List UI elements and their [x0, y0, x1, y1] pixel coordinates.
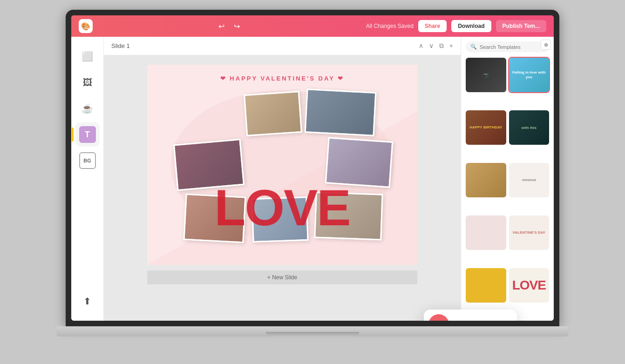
undo-icon[interactable]: ↩ — [218, 22, 224, 31]
slide-toolbar-icons: ∧ ∨ ⧉ + — [419, 42, 453, 50]
photo-2 — [305, 88, 377, 136]
love-text: LOVE — [214, 178, 350, 237]
template-9-bg — [466, 268, 506, 303]
top-bar: 🎨 ↩ ↪ All Changes Saved Share Download P… — [71, 15, 554, 37]
add-slide-icon[interactable]: + — [449, 42, 453, 50]
active-indicator — [72, 128, 74, 142]
upload-icon: ⬆ — [83, 296, 91, 307]
nav-down-icon[interactable]: ∨ — [429, 42, 434, 50]
template-9[interactable] — [466, 268, 506, 303]
laptop-hinge — [266, 332, 359, 337]
template-4[interactable]: with this — [509, 110, 550, 145]
laptop-screen: 🎨 ↩ ↪ All Changes Saved Share Download P… — [71, 15, 554, 321]
photo-1 — [244, 91, 302, 136]
canvas-scroll: ❤ HAPPY VALENTINE'S DAY ❤ — [104, 55, 461, 321]
template-1-bg: 📷 — [466, 58, 506, 92]
canvas-title: ❤ HAPPY VALENTINE'S DAY ❤ — [220, 75, 345, 82]
sidebar-item-upload[interactable]: ⬆ — [75, 289, 100, 313]
text-icon: T — [79, 126, 96, 143]
sidebar-item-photos[interactable]: 🖼 — [75, 70, 100, 94]
template-8[interactable]: VALENTINE'S DAY — [509, 216, 550, 250]
publish-button[interactable]: Publish Tem... — [496, 20, 546, 32]
download-circle-button[interactable] — [428, 314, 449, 321]
download-overlay: Download 1 — [424, 310, 517, 321]
bg-icon: BG — [79, 152, 96, 169]
template-2-bg: Falling in love with you — [509, 58, 550, 92]
redo-icon[interactable]: ↪ — [234, 22, 240, 31]
canvas-area: Slide 1 ∧ ∨ ⧉ + — [104, 37, 461, 321]
copy-slide-icon[interactable]: ⧉ — [439, 42, 444, 50]
template-2[interactable]: Falling in love with you — [509, 58, 550, 92]
download-icon — [434, 319, 444, 321]
template-10[interactable]: LOVE — [509, 268, 550, 303]
template-3[interactable]: HAPPY BIRTHDAY — [466, 110, 506, 145]
download-text: Download — [455, 320, 491, 321]
elements-icon: ⬜ — [82, 51, 93, 62]
slide-label: Slide 1 — [111, 42, 130, 49]
template-10-bg: LOVE — [509, 268, 550, 303]
template-6-bg: minimal — [509, 163, 550, 197]
template-6[interactable]: minimal — [509, 163, 550, 197]
search-box: 🔍 — [466, 41, 549, 52]
template-3-bg: HAPPY BIRTHDAY — [466, 110, 506, 145]
laptop-wrapper: 🎨 ↩ ↪ All Changes Saved Share Download P… — [56, 10, 569, 354]
template-1[interactable]: 📷 — [466, 58, 506, 92]
brand-icon: ☕ — [82, 103, 93, 114]
zoom-button[interactable]: ⊕ — [541, 40, 551, 50]
slide-toolbar: Slide 1 ∧ ∨ ⧉ + — [104, 37, 461, 55]
template-4-bg: with this — [509, 110, 550, 145]
new-slide-bar[interactable]: + New Slide — [147, 270, 417, 284]
design-canvas[interactable]: ❤ HAPPY VALENTINE'S DAY ❤ — [147, 65, 417, 265]
templates-grid: 📷 Falling in love with you HAPPY BIRTHDA… — [461, 55, 554, 321]
panel-search: 🔍 — [461, 37, 554, 55]
top-bar-right: All Changes Saved Share Download Publish… — [366, 20, 546, 32]
photos-icon: 🖼 — [83, 77, 92, 88]
right-panel: ⊕ 🔍 📷 — [461, 37, 554, 321]
sidebar-item-background[interactable]: BG — [75, 148, 100, 173]
left-sidebar: ⬜ 🖼 ☕ T BG ⬆ — [71, 37, 104, 321]
share-button[interactable]: Share — [418, 20, 447, 32]
nav-up-icon[interactable]: ∧ — [419, 42, 423, 50]
template-7-bg — [466, 216, 506, 250]
template-5[interactable] — [466, 163, 506, 197]
search-icon: 🔍 — [470, 44, 477, 50]
save-status: All Changes Saved — [366, 23, 414, 29]
sidebar-item-elements[interactable]: ⬜ — [75, 44, 100, 68]
template-8-bg: VALENTINE'S DAY — [509, 216, 550, 250]
sidebar-item-text[interactable]: T — [75, 122, 100, 147]
template-7[interactable] — [466, 216, 506, 250]
sidebar-item-brand[interactable]: ☕ — [75, 96, 100, 121]
search-input[interactable] — [480, 44, 544, 50]
app-logo: 🎨 — [79, 19, 93, 33]
screen-bezel: 🎨 ↩ ↪ All Changes Saved Share Download P… — [66, 10, 559, 326]
template-5-bg — [466, 163, 506, 197]
download-header-button[interactable]: Download — [451, 20, 491, 32]
main-area: ⬜ 🖼 ☕ T BG ⬆ — [71, 37, 554, 321]
laptop-base — [56, 326, 569, 337]
